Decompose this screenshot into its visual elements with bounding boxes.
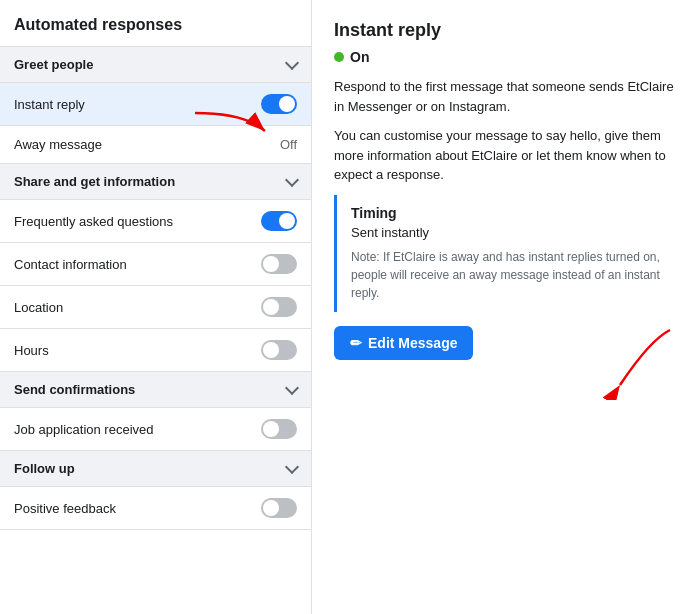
- contact-info-label: Contact information: [14, 257, 127, 272]
- toggle-knob: [263, 299, 279, 315]
- location-toggle[interactable]: [261, 297, 297, 317]
- timing-note: Note: If EtClaire is away and has instan…: [351, 248, 664, 302]
- section-header-greet-people[interactable]: Greet people: [0, 47, 311, 83]
- list-item-contact-info[interactable]: Contact information: [0, 243, 311, 286]
- section-header-follow-up[interactable]: Follow up: [0, 451, 311, 487]
- job-application-toggle[interactable]: [261, 419, 297, 439]
- instant-reply-toggle[interactable]: [261, 94, 297, 114]
- toggle-knob: [263, 256, 279, 272]
- description-1: Respond to the first message that someon…: [334, 77, 678, 116]
- right-panel-title: Instant reply: [334, 20, 678, 41]
- job-application-label: Job application received: [14, 422, 153, 437]
- positive-feedback-label: Positive feedback: [14, 501, 116, 516]
- contact-info-toggle[interactable]: [261, 254, 297, 274]
- red-arrow-2: [590, 320, 680, 400]
- toggle-knob: [263, 342, 279, 358]
- edit-button-label: Edit Message: [368, 335, 457, 351]
- positive-feedback-toggle[interactable]: [261, 498, 297, 518]
- section-label-greet-people: Greet people: [14, 57, 93, 72]
- timing-title: Timing: [351, 205, 664, 221]
- toggle-knob: [279, 213, 295, 229]
- status-dot: [334, 52, 344, 62]
- instant-reply-label: Instant reply: [14, 97, 85, 112]
- left-panel: Automated responses Greet people Instant…: [0, 0, 312, 614]
- section-label-follow-up: Follow up: [14, 461, 75, 476]
- list-item-location[interactable]: Location: [0, 286, 311, 329]
- section-header-share-info[interactable]: Share and get information: [0, 164, 311, 200]
- hours-toggle[interactable]: [261, 340, 297, 360]
- hours-label: Hours: [14, 343, 49, 358]
- status-row: On: [334, 49, 678, 65]
- away-message-value: Off: [280, 137, 297, 152]
- timing-value: Sent instantly: [351, 225, 664, 240]
- list-item-job-application[interactable]: Job application received: [0, 408, 311, 451]
- away-message-label: Away message: [14, 137, 102, 152]
- edit-message-button[interactable]: ✏ Edit Message: [334, 326, 473, 360]
- section-label-share-info: Share and get information: [14, 174, 175, 189]
- faq-label: Frequently asked questions: [14, 214, 173, 229]
- toggle-knob: [263, 421, 279, 437]
- toggle-knob: [279, 96, 295, 112]
- list-item-away-message[interactable]: Away message Off: [0, 126, 311, 164]
- status-label: On: [350, 49, 369, 65]
- location-label: Location: [14, 300, 63, 315]
- chevron-down-icon: [285, 55, 299, 69]
- pencil-icon: ✏: [350, 335, 362, 351]
- description-2: You can customise your message to say he…: [334, 126, 678, 185]
- list-item-instant-reply[interactable]: Instant reply: [0, 83, 311, 126]
- list-item-faq[interactable]: Frequently asked questions: [0, 200, 311, 243]
- chevron-down-icon: [285, 172, 299, 186]
- list-item-positive-feedback[interactable]: Positive feedback: [0, 487, 311, 530]
- list-item-hours[interactable]: Hours: [0, 329, 311, 372]
- section-label-send-confirmations: Send confirmations: [14, 382, 135, 397]
- faq-toggle[interactable]: [261, 211, 297, 231]
- section-header-send-confirmations[interactable]: Send confirmations: [0, 372, 311, 408]
- right-panel: Instant reply On Respond to the first me…: [312, 0, 700, 614]
- toggle-knob: [263, 500, 279, 516]
- chevron-down-icon: [285, 459, 299, 473]
- chevron-down-icon: [285, 380, 299, 394]
- panel-title: Automated responses: [0, 0, 311, 47]
- timing-card: Timing Sent instantly Note: If EtClaire …: [334, 195, 678, 312]
